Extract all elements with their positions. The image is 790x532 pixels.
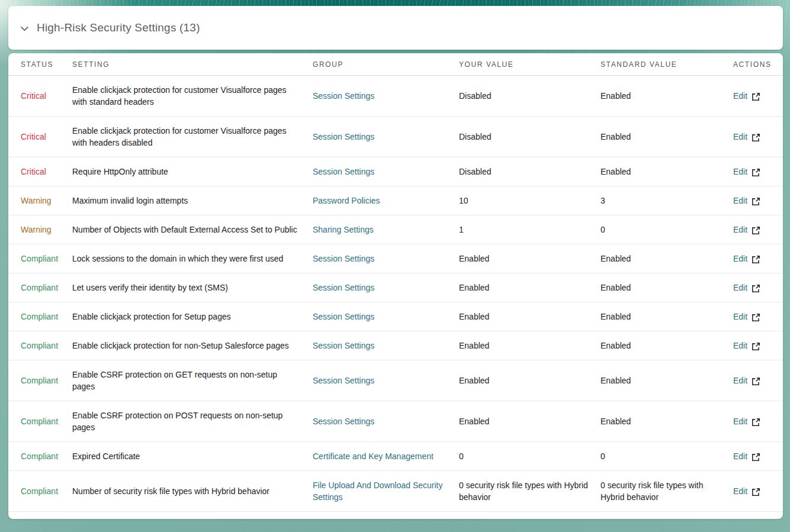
edit-link-label: Edit [733,485,747,497]
group-link[interactable]: Session Settings [313,254,374,263]
edit-link-label: Edit [733,375,747,386]
status-label: Compliant [21,376,58,385]
setting-cell: Enable clickjack protection for customer… [72,117,313,157]
actions-cell: Edit [733,360,783,401]
edit-link[interactable]: Edit [733,224,760,236]
external-link-icon[interactable] [752,418,760,427]
table-row: Compliant Enable clickjack protection fo… [8,302,783,331]
status-cell: Warning [8,186,72,215]
group-link[interactable]: Session Settings [313,376,374,385]
group-cell: Session Settings [313,360,459,401]
status-label: Compliant [21,486,58,496]
table-row: Compliant Let users verify their identit… [8,273,783,302]
setting-cell: Number of security risk file types with … [72,471,313,512]
external-link-icon[interactable] [752,226,760,235]
edit-link[interactable]: Edit [733,415,760,427]
group-link[interactable]: File Upload And Download Security Settin… [313,481,442,502]
your-value-cell: Enabled [459,244,600,273]
external-link-icon[interactable] [752,197,760,206]
column-header-your-value: YOUR VALUE [459,53,600,76]
edit-link[interactable]: Edit [733,375,760,386]
group-cell: Session Settings [313,302,459,331]
external-link-icon[interactable] [752,313,760,322]
edit-link[interactable]: Edit [733,253,760,265]
external-link-icon[interactable] [752,342,760,351]
edit-link[interactable]: Edit [733,450,760,462]
standard-value-cell: 3 [600,186,733,215]
actions-cell: Edit [733,302,783,331]
status-cell: Compliant [8,273,72,302]
table-body: Critical Enable clickjack protection for… [8,76,783,512]
standard-value-cell: Enabled [600,273,733,302]
group-cell: File Upload And Download Security Settin… [313,471,459,512]
group-link[interactable]: Session Settings [313,91,374,101]
table-header-row: STATUS SETTING GROUP YOUR VALUE STANDARD… [8,53,783,76]
edit-link[interactable]: Edit [733,485,760,497]
table-row: Compliant Number of security risk file t… [8,471,783,512]
page: High-Risk Security Settings (13) STATUS … [0,0,790,519]
edit-link[interactable]: Edit [733,340,760,352]
group-link[interactable]: Session Settings [313,417,374,426]
external-link-icon[interactable] [752,255,760,264]
table-row: Critical Require HttpOnly attribute Sess… [8,157,783,186]
group-cell: Session Settings [313,331,459,360]
group-link[interactable]: Session Settings [313,132,374,141]
edit-link-label: Edit [733,166,747,178]
edit-link[interactable]: Edit [733,311,760,323]
edit-link[interactable]: Edit [733,90,760,102]
section-header[interactable]: High-Risk Security Settings (13) [8,6,783,50]
setting-cell: Expired Certificate [72,442,313,471]
your-value-cell: Enabled [459,331,600,360]
group-cell: Sharing Settings [313,215,459,244]
edit-link[interactable]: Edit [733,195,760,207]
setting-cell: Enable clickjack protection for non-Setu… [72,331,313,360]
status-label: Compliant [21,341,58,350]
edit-link[interactable]: Edit [733,282,760,294]
column-header-actions: ACTIONS [733,53,783,76]
edit-link[interactable]: Edit [733,166,760,178]
group-link[interactable]: Session Settings [313,312,374,321]
edit-link-label: Edit [733,131,747,143]
table-row: Compliant Expired Certificate Certificat… [8,442,783,471]
group-cell: Session Settings [313,76,459,117]
actions-cell: Edit [733,244,783,273]
chevron-down-icon[interactable] [20,24,29,33]
external-link-icon[interactable] [752,92,760,101]
group-link[interactable]: Session Settings [313,167,374,176]
group-cell: Session Settings [313,244,459,273]
edit-link-label: Edit [733,224,747,236]
status-label: Compliant [21,254,58,263]
your-value-cell: Enabled [459,360,600,401]
status-cell: Critical [8,157,72,186]
status-cell: Compliant [8,401,72,442]
group-link[interactable]: Session Settings [313,341,374,350]
status-label: Warning [21,225,52,234]
your-value-cell: Disabled [459,76,600,117]
your-value-cell: 10 [459,186,600,215]
group-link[interactable]: Password Policies [313,196,380,205]
your-value-cell: Enabled [459,273,600,302]
group-link[interactable]: Sharing Settings [313,225,374,234]
your-value-cell: Disabled [459,157,600,186]
actions-cell: Edit [733,273,783,302]
edit-link-label: Edit [733,311,747,323]
actions-cell: Edit [733,401,783,442]
external-link-icon[interactable] [752,284,760,293]
group-cell: Session Settings [313,273,459,302]
actions-cell: Edit [733,331,783,360]
standard-value-cell: 0 [600,442,733,471]
group-link[interactable]: Session Settings [313,283,374,292]
status-cell: Compliant [8,331,72,360]
group-link[interactable]: Certificate and Key Management [313,452,433,461]
external-link-icon[interactable] [752,377,760,386]
group-cell: Password Policies [313,186,459,215]
actions-cell: Edit [733,186,783,215]
standard-value-cell: Enabled [600,157,733,186]
status-cell: Compliant [8,360,72,401]
edit-link[interactable]: Edit [733,131,760,143]
external-link-icon[interactable] [752,133,760,142]
external-link-icon[interactable] [752,488,760,496]
external-link-icon[interactable] [752,168,760,177]
standard-value-cell: 0 security risk file types with Hybrid b… [600,471,733,512]
external-link-icon[interactable] [752,453,760,462]
